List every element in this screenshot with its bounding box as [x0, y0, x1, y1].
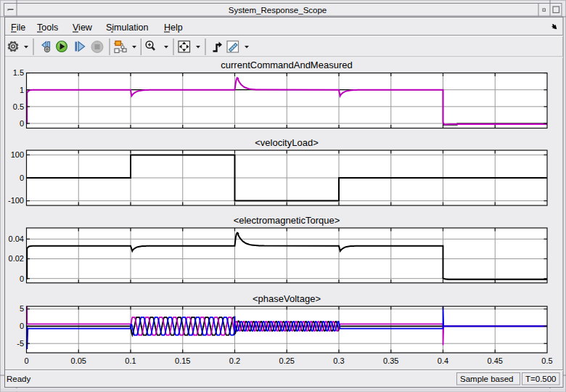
svg-text:0.04: 0.04 — [9, 234, 24, 243]
svg-text:0.35: 0.35 — [383, 356, 398, 365]
svg-text:-100: -100 — [8, 196, 24, 205]
svg-text:0.15: 0.15 — [175, 356, 190, 365]
svg-text:0: 0 — [20, 119, 24, 128]
svg-text:Sample based: Sample based — [460, 375, 514, 383]
svg-text:0.5: 0.5 — [13, 102, 24, 111]
svg-text:0: 0 — [20, 173, 24, 182]
svg-text:View: View — [73, 23, 93, 33]
svg-text:0: 0 — [20, 322, 24, 330]
svg-text:Simulation: Simulation — [106, 23, 148, 33]
svg-text:0.4: 0.4 — [438, 356, 448, 365]
svg-text:Tools: Tools — [37, 23, 58, 33]
svg-text:File: File — [11, 23, 25, 33]
svg-text:0.2: 0.2 — [229, 356, 240, 365]
svg-text:<phaseVoltage>: <phaseVoltage> — [253, 293, 321, 304]
svg-text:0.1: 0.1 — [125, 356, 136, 365]
svg-text:0.25: 0.25 — [279, 356, 295, 365]
svg-text:0.5: 0.5 — [541, 356, 552, 365]
svg-text:100: 100 — [11, 150, 24, 159]
svg-text:0.3: 0.3 — [333, 356, 344, 365]
svg-text:Help: Help — [164, 23, 183, 33]
svg-text:T=0.500: T=0.500 — [525, 375, 557, 383]
svg-text:<velocityLoad>: <velocityLoad> — [255, 137, 318, 148]
svg-text:0: 0 — [24, 356, 28, 365]
svg-text:<electromagneticTorque>: <electromagneticTorque> — [234, 215, 340, 226]
svg-text:-5: -5 — [17, 339, 24, 348]
svg-text:1.5: 1.5 — [13, 68, 24, 77]
svg-text:0.45: 0.45 — [488, 356, 503, 365]
svg-text:5: 5 — [20, 304, 24, 313]
svg-text:1: 1 — [20, 86, 24, 94]
svg-text:System_Response_Scope: System_Response_Scope — [229, 6, 327, 15]
svg-text:currentCommandAndMeasured: currentCommandAndMeasured — [221, 60, 352, 70]
svg-text:0.05: 0.05 — [71, 356, 86, 365]
svg-text:0.02: 0.02 — [9, 254, 24, 263]
svg-text:0: 0 — [20, 274, 24, 283]
svg-text:Ready: Ready — [7, 375, 30, 383]
